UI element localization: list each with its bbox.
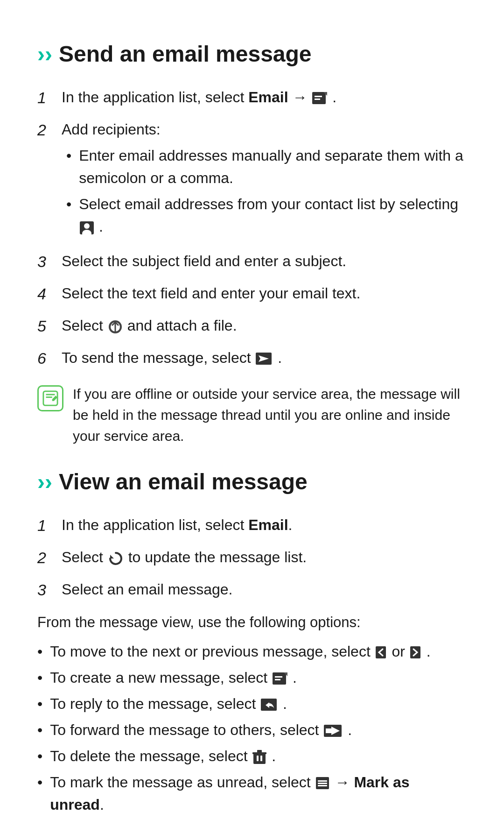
option-navigate-dot: • bbox=[37, 640, 42, 663]
option-forward-dot: • bbox=[37, 719, 42, 741]
bullet1: • Enter email addresses manually and sep… bbox=[66, 144, 467, 189]
view-step2-content: Select to update the message list. bbox=[62, 546, 467, 568]
view-step2-number: 2 bbox=[37, 546, 54, 570]
note-icon bbox=[37, 385, 63, 411]
step1-number: 1 bbox=[37, 86, 54, 110]
from-message-intro: From the message view, use the following… bbox=[37, 611, 467, 634]
step4-number: 4 bbox=[37, 282, 54, 306]
step5-number: 5 bbox=[37, 314, 54, 338]
view-step3-content: Select an email message. bbox=[62, 578, 467, 601]
compose-icon bbox=[312, 92, 327, 105]
menu-icon bbox=[316, 777, 330, 790]
refresh-icon bbox=[108, 551, 123, 566]
svg-point-5 bbox=[84, 223, 90, 229]
delete-icon bbox=[252, 750, 266, 765]
send-icon bbox=[256, 353, 273, 366]
attachment-icon bbox=[108, 320, 122, 334]
option-navigate-text: To move to the next or previous message,… bbox=[50, 640, 467, 663]
bullet2: • Select email addresses from your conta… bbox=[66, 193, 467, 238]
bullet2-dot: • bbox=[66, 193, 71, 215]
svg-rect-19 bbox=[376, 646, 386, 658]
svg-rect-2 bbox=[315, 96, 322, 97]
option-reply-text: To reply to the message, select . bbox=[50, 693, 467, 715]
step2-content: Add recipients: • Enter email addresses … bbox=[62, 118, 467, 241]
section1-title: ›› Send an email message bbox=[37, 37, 467, 71]
option-mark-unread: • To mark the message as unread, select … bbox=[37, 771, 467, 816]
svg-rect-34 bbox=[318, 780, 327, 782]
option-reply-dot: • bbox=[37, 693, 42, 715]
svg-rect-21 bbox=[273, 672, 286, 685]
step4-content: Select the text field and enter your ema… bbox=[62, 282, 467, 304]
compose2-icon bbox=[273, 672, 287, 686]
step3-number: 3 bbox=[37, 250, 54, 274]
option-compose: • To create a new message, select . bbox=[37, 666, 467, 689]
option-mark-unread-dot: • bbox=[37, 771, 42, 793]
svg-rect-36 bbox=[318, 785, 327, 786]
step1-content: In the application list, select Email → … bbox=[62, 86, 467, 108]
options-list: • To move to the next or previous messag… bbox=[37, 640, 467, 816]
section-send-email: ›› Send an email message 1 In the applic… bbox=[37, 37, 467, 446]
svg-rect-15 bbox=[46, 394, 55, 396]
svg-marker-18 bbox=[110, 555, 114, 558]
step5-content: Select and attach a file. bbox=[62, 314, 467, 337]
step1: 1 In the application list, select Email … bbox=[37, 86, 467, 110]
svg-rect-31 bbox=[257, 756, 259, 761]
svg-marker-17 bbox=[52, 396, 57, 401]
svg-rect-32 bbox=[260, 756, 262, 761]
step2: 2 Add recipients: • Enter email addresse… bbox=[37, 118, 467, 241]
svg-rect-3 bbox=[315, 99, 320, 100]
bullet1-text: Enter email addresses manually and separ… bbox=[79, 144, 467, 189]
view-step1-content: In the application list, select Email. bbox=[62, 514, 467, 536]
step2-number: 2 bbox=[37, 118, 54, 142]
option-reply: • To reply to the message, select . bbox=[37, 693, 467, 715]
view-step1-number: 1 bbox=[37, 514, 54, 537]
svg-rect-23 bbox=[275, 676, 282, 678]
note-text: If you are offline or outside your servi… bbox=[73, 383, 467, 446]
note-box: If you are offline or outside your servi… bbox=[37, 383, 467, 446]
svg-rect-30 bbox=[257, 750, 262, 753]
svg-rect-28 bbox=[253, 754, 266, 764]
section2-title-text: View an email message bbox=[59, 465, 308, 499]
option-compose-dot: • bbox=[37, 666, 42, 689]
option-delete: • To delete the message, select . bbox=[37, 745, 467, 767]
svg-rect-20 bbox=[410, 646, 420, 658]
svg-rect-13 bbox=[260, 358, 265, 360]
reply-icon bbox=[261, 699, 278, 712]
step3: 3 Select the subject field and enter a s… bbox=[37, 250, 467, 274]
svg-rect-0 bbox=[312, 92, 326, 104]
option-mark-unread-text: To mark the message as unread, select → … bbox=[50, 771, 467, 816]
bullet1-dot: • bbox=[66, 144, 71, 167]
section1-chevron-icon: ›› bbox=[37, 37, 52, 71]
option-delete-text: To delete the message, select . bbox=[50, 745, 467, 767]
step6-content: To send the message, select . bbox=[62, 346, 467, 369]
step6-number: 6 bbox=[37, 346, 54, 370]
chevron-left-icon bbox=[376, 646, 387, 659]
section2-chevron-icon: ›› bbox=[37, 465, 52, 499]
view-step2: 2 Select to update the message list. bbox=[37, 546, 467, 570]
view-step1: 1 In the application list, select Email. bbox=[37, 514, 467, 537]
step6: 6 To send the message, select . bbox=[37, 346, 467, 370]
step3-content: Select the subject field and enter a sub… bbox=[62, 250, 467, 272]
option-compose-text: To create a new message, select . bbox=[50, 666, 467, 689]
option-forward-text: To forward the message to others, select… bbox=[50, 719, 467, 741]
svg-rect-35 bbox=[318, 783, 327, 784]
view-step3-number: 3 bbox=[37, 578, 54, 602]
option-navigate: • To move to the next or previous messag… bbox=[37, 640, 467, 663]
section2-title: ›› View an email message bbox=[37, 465, 467, 499]
option-forward: • To forward the message to others, sele… bbox=[37, 719, 467, 741]
forward-icon bbox=[324, 725, 343, 738]
svg-rect-24 bbox=[275, 679, 280, 680]
bullet2-text: Select email addresses from your contact… bbox=[79, 193, 467, 238]
view-step3: 3 Select an email message. bbox=[37, 578, 467, 602]
section1-title-text: Send an email message bbox=[59, 37, 312, 71]
step2-bullets: • Enter email addresses manually and sep… bbox=[66, 144, 467, 238]
section-view-email: ›› View an email message 1 In the applic… bbox=[37, 465, 467, 816]
contact-icon bbox=[80, 221, 94, 234]
note-pencil-icon bbox=[42, 390, 58, 406]
option-delete-dot: • bbox=[37, 745, 42, 767]
step4: 4 Select the text field and enter your e… bbox=[37, 282, 467, 306]
chevron-right-icon bbox=[410, 646, 421, 659]
step5: 5 Select and attach a file. bbox=[37, 314, 467, 338]
svg-rect-16 bbox=[46, 396, 52, 398]
